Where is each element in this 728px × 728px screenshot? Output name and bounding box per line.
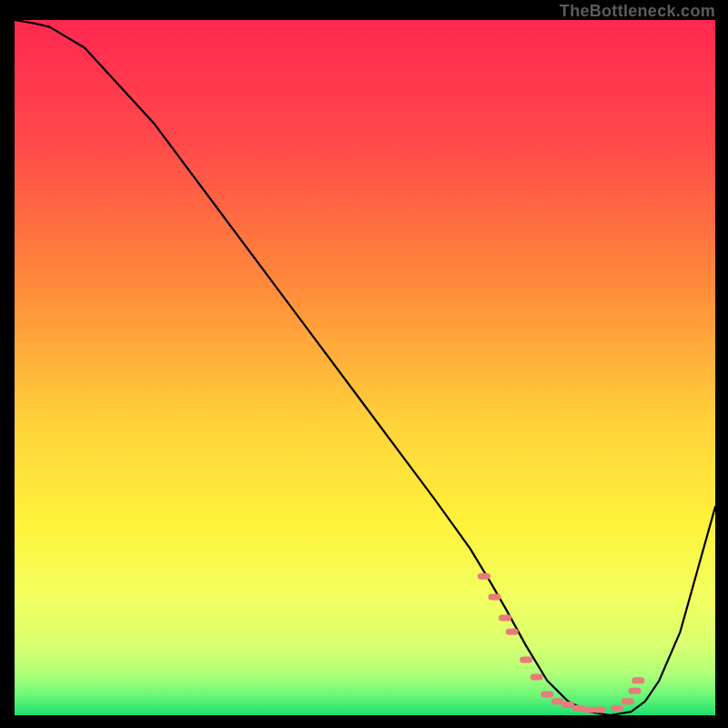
- marker-dot: [506, 629, 519, 635]
- marker-dot: [611, 705, 623, 712]
- marker-dot: [520, 656, 532, 662]
- marker-dot: [593, 706, 606, 713]
- marker-dot: [488, 594, 500, 601]
- watermark-text: TheBottleneck.com: [560, 2, 715, 21]
- plot-area: [15, 20, 715, 715]
- bottleneck-curve: [15, 20, 715, 715]
- marker-dot: [622, 698, 634, 704]
- marker-dot: [628, 688, 641, 694]
- marker-dot: [499, 615, 511, 622]
- marker-dot: [632, 677, 644, 683]
- chart-svg: [15, 20, 715, 715]
- marker-dot: [531, 673, 543, 680]
- chart-frame: TheBottleneck.com: [0, 0, 728, 728]
- marker-dot: [478, 573, 490, 580]
- optimal-range-markers: [478, 573, 644, 713]
- marker-dot: [541, 692, 553, 698]
